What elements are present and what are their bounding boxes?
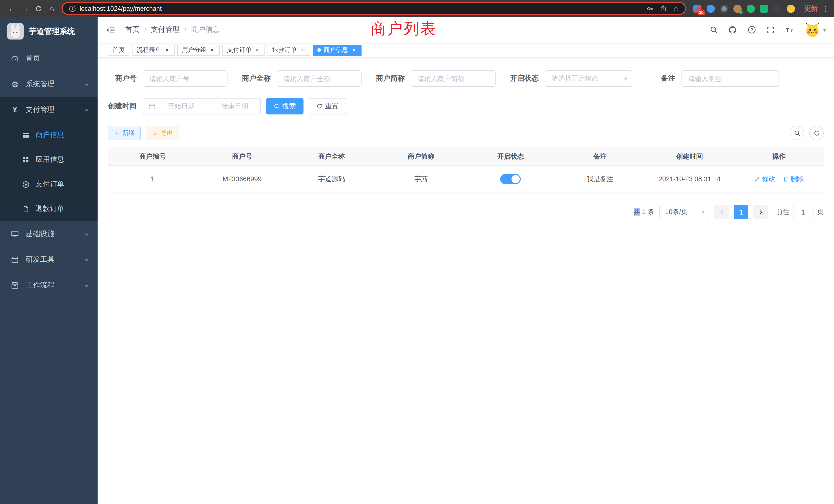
tab-refund-order[interactable]: 退款订单 × xyxy=(267,44,310,56)
github-icon[interactable] xyxy=(728,25,738,35)
status-select[interactable]: 请选择开启状态 ▾ xyxy=(545,70,632,87)
next-page-button[interactable] xyxy=(753,205,768,219)
page-content: 商户号 商户全称 商户简称 开启状态 请选择开启状态 xyxy=(97,58,834,504)
toggle-search-button[interactable] xyxy=(790,126,804,140)
card-icon xyxy=(21,131,31,139)
sidebar-item-workflow[interactable]: 工作流程 xyxy=(0,273,97,298)
yen-icon: ¥ xyxy=(9,105,21,114)
address-bar[interactable]: localhost:1024/pay/merchant ☆ xyxy=(62,2,686,15)
svg-text:?: ? xyxy=(750,27,753,32)
sidebar-subitem-merchant-info[interactable]: 商户信息 xyxy=(0,123,97,147)
fullscreen-icon[interactable] xyxy=(766,25,776,35)
full-name-label: 商户全称 xyxy=(242,74,271,83)
close-icon[interactable]: × xyxy=(209,47,215,53)
remark-input[interactable] xyxy=(681,70,779,87)
sidebar: 芋道管理系统 首页 ⚙ 系统管理 xyxy=(0,17,97,504)
chevron-down-icon: ▾ xyxy=(702,209,705,215)
chevron-down-icon xyxy=(84,231,89,237)
sidebar-subitem-label: 支付订单 xyxy=(36,180,64,189)
sidebar-item-label: 支付管理 xyxy=(26,105,54,114)
browser-back-icon[interactable]: ← xyxy=(5,2,19,15)
browser-extensions: 10 xyxy=(693,4,795,13)
search-icon[interactable] xyxy=(709,25,719,35)
search-button[interactable]: 搜索 xyxy=(266,98,304,114)
site-info-icon[interactable] xyxy=(69,5,76,12)
pagination-total: 共 1 条 xyxy=(634,207,654,216)
remark-label: 备注 xyxy=(646,74,675,83)
help-icon[interactable]: ? xyxy=(747,25,757,35)
url-text: localhost:1024/pay/merchant xyxy=(80,5,647,12)
tab-pay-order[interactable]: 支付订单 × xyxy=(222,44,265,56)
sidebar-menu: 首页 ⚙ 系统管理 ¥ 支付管理 xyxy=(0,46,97,298)
prev-page-button[interactable] xyxy=(714,205,729,219)
sidebar-item-home[interactable]: 首页 xyxy=(0,46,97,71)
font-size-icon[interactable]: TT xyxy=(785,25,795,35)
tab-user-group[interactable]: 用户分组 × xyxy=(177,44,220,56)
sidebar-subitem-app-info[interactable]: 应用信息 xyxy=(0,147,97,172)
sidebar-item-payment[interactable]: ¥ 支付管理 xyxy=(0,97,97,123)
close-icon[interactable]: × xyxy=(164,47,170,53)
extension-icon[interactable] xyxy=(733,4,742,13)
sidebar-item-infra[interactable]: 基础设施 xyxy=(0,221,97,247)
sidebar-item-label: 研发工具 xyxy=(26,255,54,264)
chevron-down-icon: ▾ xyxy=(624,75,627,82)
svg-text:T: T xyxy=(786,27,790,33)
extension-icon[interactable] xyxy=(720,4,728,13)
tab-merchant-info[interactable]: 商户信息 × xyxy=(313,44,361,56)
breadcrumb-payment[interactable]: 支付管理 xyxy=(151,25,180,35)
extension-icon[interactable] xyxy=(760,4,768,13)
close-icon[interactable]: × xyxy=(254,47,260,53)
close-icon[interactable]: × xyxy=(300,47,306,53)
bookmark-star-icon[interactable]: ☆ xyxy=(673,5,679,12)
extension-icon[interactable] xyxy=(787,4,795,13)
breadcrumb: 首页 / 支付管理 / 商户信息 xyxy=(125,25,220,35)
sidebar-item-system[interactable]: ⚙ 系统管理 xyxy=(0,71,97,97)
page-number-button[interactable]: 1 xyxy=(734,205,748,219)
tab-home[interactable]: 首页 xyxy=(108,44,129,56)
sidebar-item-label: 基础设施 xyxy=(26,229,54,239)
add-button[interactable]: 新增 xyxy=(108,126,141,140)
browser-menu-icon[interactable]: ⋮ xyxy=(822,4,829,13)
sidebar-item-label: 工作流程 xyxy=(26,281,54,290)
delete-link[interactable]: 删除 xyxy=(783,174,804,183)
tab-process-form[interactable]: 流程表单 × xyxy=(132,44,175,56)
goto-page-input[interactable] xyxy=(793,205,813,219)
merchant-no-input[interactable] xyxy=(143,70,227,87)
breadcrumb-home[interactable]: 首页 xyxy=(125,25,140,35)
extension-icon[interactable] xyxy=(707,4,715,13)
date-end-placeholder[interactable]: 结束日期 xyxy=(214,101,255,111)
screen: ← → ⌂ localhost:1024/pay/merchant ☆ xyxy=(0,0,834,504)
browser-update-button[interactable]: 更新 xyxy=(804,4,817,13)
status-toggle[interactable] xyxy=(500,174,521,184)
merchant-no-label: 商户号 xyxy=(108,74,137,83)
user-avatar[interactable]: ▾ xyxy=(805,22,826,38)
reset-button[interactable]: 重置 xyxy=(309,98,346,114)
box-icon xyxy=(9,256,21,264)
export-button[interactable]: 导出 xyxy=(146,126,179,140)
extension-icon[interactable]: 10 xyxy=(693,4,702,13)
short-name-input[interactable] xyxy=(411,70,496,87)
extension-icon[interactable] xyxy=(747,4,755,13)
browser-refresh-icon[interactable] xyxy=(32,2,45,15)
chevron-down-icon xyxy=(84,81,89,87)
page-size-select[interactable]: 10条/页 ▾ xyxy=(659,205,709,219)
sidebar-subitem-pay-order[interactable]: 支付订单 xyxy=(0,172,97,197)
date-range-picker[interactable]: 开始日期 - 结束日期 xyxy=(143,98,261,114)
sidebar-item-dev-tools[interactable]: 研发工具 xyxy=(0,247,97,273)
share-icon[interactable] xyxy=(660,5,667,12)
refresh-table-button[interactable] xyxy=(809,126,824,140)
date-start-placeholder[interactable]: 开始日期 xyxy=(161,101,202,111)
sidebar-subitem-refund-order[interactable]: 退款订单 xyxy=(0,197,97,221)
browser-home-icon[interactable]: ⌂ xyxy=(45,2,59,15)
goto-label: 前往 xyxy=(776,207,789,216)
close-icon[interactable]: × xyxy=(351,47,357,53)
edit-link[interactable]: 修改 xyxy=(754,174,775,183)
password-key-icon[interactable] xyxy=(647,5,654,12)
full-name-input[interactable] xyxy=(277,70,361,87)
table-row: 1 M233666999 芋道源码 芋艿 我是备注 2021-10-23 08:… xyxy=(108,166,824,192)
extension-icon[interactable] xyxy=(773,4,782,13)
calendar-icon xyxy=(148,102,156,110)
cell-merchant-short-name: 芋艿 xyxy=(376,174,466,183)
browser-forward-icon[interactable]: → xyxy=(19,2,32,15)
hamburger-fold-icon[interactable] xyxy=(106,24,118,36)
